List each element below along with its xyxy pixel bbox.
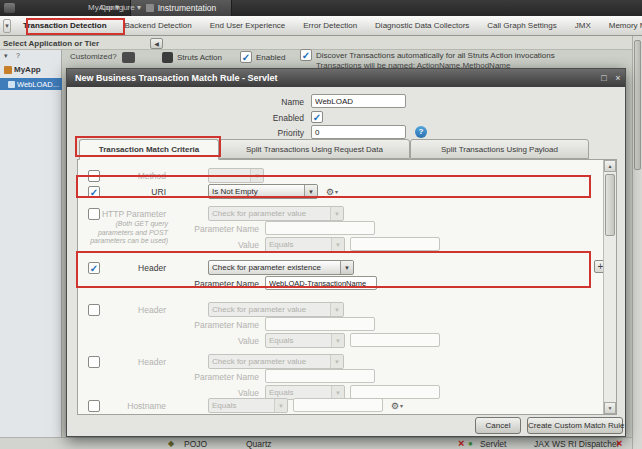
header-1-parameter-name-input[interactable] xyxy=(265,276,377,290)
tab-end-user-experience[interactable]: End User Experience xyxy=(201,21,295,30)
priority-input[interactable] xyxy=(311,125,406,139)
entry-point-label: Struts Action xyxy=(177,53,222,62)
tab-memory-monitoring[interactable]: Memory Monitoring xyxy=(600,21,642,30)
discover-transactions-checkbox[interactable]: ✓ xyxy=(300,49,312,61)
hostname-gear-button[interactable]: ⚙▾ xyxy=(391,399,415,412)
struts-action-icon xyxy=(162,52,173,63)
scroll-up-icon[interactable]: ▲ xyxy=(604,160,616,172)
value-label: Value xyxy=(173,388,259,398)
page-scrollbar[interactable] xyxy=(632,36,642,449)
chevron-down-icon: ▼ xyxy=(330,355,343,368)
scroll-down-icon[interactable]: ▼ xyxy=(604,402,616,414)
header-2-value-operator-select[interactable]: Equals ▼ xyxy=(265,333,345,348)
header-3-mode-select[interactable]: Check for parameter value ▼ xyxy=(208,354,344,369)
priority-help-icon[interactable]: ? xyxy=(415,126,427,138)
tree-node-myapp[interactable]: MyApp xyxy=(2,65,41,74)
chevron-down-icon: ▼ xyxy=(250,169,263,182)
view-selector-icon[interactable]: ▼ xyxy=(3,19,11,33)
instrumentation-icon xyxy=(146,4,154,12)
tab-diagnostic-data-collectors[interactable]: Diagnostic Data Collectors xyxy=(366,21,478,30)
hostname-operator-select[interactable]: Equals ▼ xyxy=(208,398,288,413)
gear-icon: ⚙ xyxy=(391,401,399,411)
uri-label: URI xyxy=(98,187,166,197)
http-parameter-note: (Both GET query parameters and POST para… xyxy=(82,220,168,246)
hostname-label: Hostname xyxy=(98,401,166,411)
parameter-name-label: Parameter Name xyxy=(173,279,259,289)
servlet-type-icon: ● xyxy=(468,439,473,448)
tab-backend-detection[interactable]: Backend Detection xyxy=(116,21,201,30)
criteria-scrollbar[interactable]: ▲ ▼ xyxy=(603,160,616,414)
collapse-panel-button[interactable]: ◀ xyxy=(150,38,163,49)
dialog-title-bar[interactable]: New Business Transaction Match Rule - Se… xyxy=(67,69,625,87)
value-operator: Equals xyxy=(266,334,331,347)
header-2-value-input[interactable] xyxy=(350,333,440,347)
chevron-down-icon: ▼ xyxy=(274,399,287,412)
header-3-mode-value: Check for parameter value xyxy=(209,355,330,368)
tab-jmx[interactable]: JMX xyxy=(566,21,600,30)
http-parameter-name-input[interactable] xyxy=(265,221,375,235)
tree-node-label: MyApp xyxy=(14,65,41,74)
header-2-label: Header xyxy=(98,305,166,315)
chevron-down-icon: ▼ xyxy=(340,261,353,274)
name-input[interactable] xyxy=(311,94,406,108)
close-icon[interactable]: × xyxy=(611,73,625,83)
detection-tab-bar: ▼ Transaction Detection Backend Detectio… xyxy=(0,16,642,36)
chevron-down-icon: ▼ xyxy=(304,185,317,198)
tab-split-payload[interactable]: Split Transactions Using Payload xyxy=(410,139,589,159)
tab-error-detection[interactable]: Error Detection xyxy=(294,21,366,30)
struts-enabled-checkbox[interactable]: ✓ xyxy=(240,51,252,63)
hostname-value-input[interactable] xyxy=(293,398,383,412)
chevron-down-icon: ▼ xyxy=(330,207,343,220)
method-label: Method xyxy=(98,171,166,181)
header-1-mode-value: Check for parameter existence xyxy=(209,261,340,274)
breadcrumb-section[interactable]: Configure ▾ xyxy=(100,3,141,12)
cancel-button[interactable]: Cancel xyxy=(475,417,521,434)
uri-operator-select[interactable]: Is Not Empty ▼ xyxy=(208,184,318,199)
app-logo-icon xyxy=(4,3,15,13)
priority-label: Priority xyxy=(214,128,304,138)
page-scrollbar-thumb[interactable] xyxy=(634,40,641,170)
tree-node-webload[interactable]: WebLOAD... xyxy=(0,78,62,90)
tab-transaction-match-criteria[interactable]: Transaction Match Criteria xyxy=(79,139,219,160)
enabled-label: Enabled xyxy=(256,53,285,62)
app-screen: MyApp ▾ | . Instrumentation Configure Co… xyxy=(0,0,642,449)
enabled-checkbox[interactable]: ✓ xyxy=(311,111,323,123)
uri-operator-value: Is Not Empty xyxy=(209,185,304,198)
http-parameter-mode-select[interactable]: Check for parameter value ▼ xyxy=(208,206,344,221)
grid-cell-name[interactable]: Servlet xyxy=(480,439,506,449)
chevron-down-icon: ▼ xyxy=(331,238,344,251)
http-parameter-value-operator-select[interactable]: Equals ▼ xyxy=(265,237,345,252)
value-label: Value xyxy=(173,336,259,346)
http-parameter-value-input[interactable] xyxy=(350,237,440,251)
header-3-value-input[interactable] xyxy=(350,385,440,399)
customized-menu-button[interactable] xyxy=(122,52,135,63)
match-criteria-panel: Method ▼ ✓ URI Is Not Empty ▼ ⚙▾ HTTP Pa… xyxy=(77,159,617,415)
restore-icon[interactable]: □ xyxy=(597,73,611,83)
error-x-icon: × xyxy=(458,437,464,449)
tab-instrumentation[interactable]: Instrumentation xyxy=(130,0,232,16)
tab-transaction-detection[interactable]: Transaction Detection xyxy=(14,21,116,30)
http-parameter-label: HTTP Parameter xyxy=(90,209,166,219)
gear-icon: ⚙ xyxy=(326,187,334,197)
grid-cell-name[interactable]: POJO xyxy=(184,439,207,449)
header-1-mode-select[interactable]: Check for parameter existence ▼ xyxy=(208,260,354,275)
method-select[interactable]: ▼ xyxy=(208,168,264,183)
pojo-type-icon: ◆ xyxy=(168,439,174,448)
value-operator: Equals xyxy=(266,238,331,251)
tree-filter-icon[interactable]: ▾ xyxy=(4,52,8,60)
tree-node-label: WebLOAD... xyxy=(17,80,59,89)
tab-split-request-data[interactable]: Split Transactions Using Request Data xyxy=(219,139,410,159)
application-tree-panel: ▾ ? MyApp WebLOAD... xyxy=(0,50,62,449)
grid-cell-type[interactable]: JAX WS RI Dispatcher xyxy=(534,439,620,449)
business-transactions-grid: ◆ POJO Quartz × ● Servlet JAX WS RI Disp… xyxy=(0,437,642,449)
header-3-parameter-name-input[interactable] xyxy=(265,369,375,383)
header-2-parameter-name-input[interactable] xyxy=(265,317,375,331)
create-custom-match-rule-button[interactable]: Create Custom Match Rule xyxy=(527,417,623,434)
chevron-down-icon: ▼ xyxy=(331,334,344,347)
grid-cell-type[interactable]: Quartz xyxy=(246,439,272,449)
header-2-mode-select[interactable]: Check for parameter value ▼ xyxy=(208,302,344,317)
uri-gear-button[interactable]: ⚙▾ xyxy=(326,185,350,198)
criteria-scrollbar-thumb[interactable] xyxy=(605,174,615,236)
tab-call-graph-settings[interactable]: Call Graph Settings xyxy=(478,21,565,30)
tree-help-icon[interactable]: ? xyxy=(16,52,20,59)
